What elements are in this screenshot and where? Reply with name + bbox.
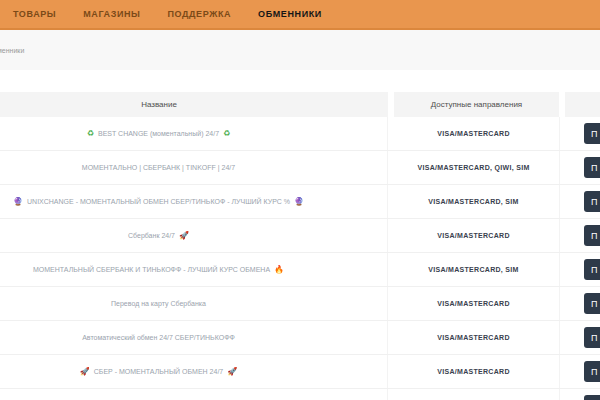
- directions-cell: [388, 389, 560, 400]
- go-button[interactable]: П: [584, 191, 600, 212]
- rocket-icon: 🚀: [80, 368, 90, 376]
- table-body: ♻ BEST CHANGE (моментальный) 24/7 ♻ VISA…: [0, 117, 600, 400]
- action-cell: П: [560, 321, 600, 354]
- directions-cell: VISA/MASTERCARD: [388, 321, 560, 354]
- directions-cell: VISA/MASTERCARD, QIWI, SIM: [388, 151, 560, 184]
- fire-icon: 🔥: [274, 266, 284, 274]
- nav-tab-поддержка[interactable]: ПОДДЕРЖКА: [168, 9, 232, 19]
- exchanger-name: Перевод на карту Сбербанка: [111, 300, 206, 307]
- table-row: П: [0, 389, 600, 400]
- crystal-ball-icon: 🔮: [294, 198, 304, 206]
- breadcrumb-bar: менники: [0, 30, 600, 70]
- go-button[interactable]: П: [584, 259, 600, 280]
- action-cell: П: [560, 355, 600, 388]
- action-cell: П: [560, 389, 600, 400]
- table-header: Название Доступные направления: [0, 92, 600, 117]
- exchanger-name: МОМЕНТАЛЬНЫЙ СБЕРБАНК И ТИНЬКОФФ - ЛУЧШИ…: [33, 266, 270, 273]
- exchanger-name-cell: 🔮 UNIXCHANGE - МОМЕНТАЛЬНЫЙ ОБМЕН СБЕР/Т…: [0, 185, 388, 218]
- recycle-icon: ♻: [87, 130, 94, 138]
- directions-cell: VISA/MASTERCARD: [388, 219, 560, 252]
- go-button[interactable]: П: [584, 395, 600, 400]
- directions-cell: VISA/MASTERCARD: [388, 287, 560, 320]
- go-button[interactable]: П: [584, 157, 600, 178]
- directions-cell: VISA/MASTERCARD, SIM: [388, 253, 560, 286]
- table-row: Автоматический обмен 24/7 СБЕР/ТИНЬКОФФ …: [0, 321, 600, 355]
- exchanger-name: UNIXCHANGE - МОМЕНТАЛЬНЫЙ ОБМЕН СБЕР/ТИН…: [27, 198, 290, 205]
- exchanger-name-cell: Автоматический обмен 24/7 СБЕР/ТИНЬКОФФ: [0, 321, 388, 354]
- breadcrumb: менники: [0, 47, 24, 54]
- table-row: 🔮 UNIXCHANGE - МОМЕНТАЛЬНЫЙ ОБМЕН СБЕР/Т…: [0, 185, 600, 219]
- action-cell: П: [560, 117, 600, 150]
- exchanger-name-cell: 🚀 СБЕР - МОМЕНТАЛЬНЫЙ ОБМЕН 24/7 🚀: [0, 355, 388, 388]
- nav-tab-товары[interactable]: ТОВАРЫ: [13, 9, 56, 19]
- exchanger-name-cell: МОМЕНТАЛЬНЫЙ СБЕРБАНК И ТИНЬКОФФ - ЛУЧШИ…: [0, 253, 388, 286]
- go-button[interactable]: П: [584, 327, 600, 348]
- directions-cell: VISA/MASTERCARD: [388, 355, 560, 388]
- go-button[interactable]: П: [584, 123, 600, 144]
- exchanger-name: Сбербанк 24/7: [128, 232, 175, 239]
- action-cell: П: [560, 151, 600, 184]
- nav-tab-обменники[interactable]: ОБМЕННИКИ: [258, 9, 322, 19]
- top-navbar: ТОВАРЫМАГАЗИНЫПОДДЕРЖКАОБМЕННИКИ: [0, 0, 600, 30]
- rocket-icon: 🚀: [227, 368, 237, 376]
- directions-cell: VISA/MASTERCARD: [388, 117, 560, 150]
- content-spacer: [0, 70, 600, 92]
- table-row: МОМЕНТАЛЬНО | СБЕРБАНК | TINKOFF | 24/7 …: [0, 151, 600, 185]
- column-header-name: Название: [0, 92, 388, 117]
- exchanger-name: BEST CHANGE (моментальный) 24/7: [98, 130, 219, 137]
- column-header-directions: Доступные направления: [394, 92, 559, 117]
- table-row: 🚀 СБЕР - МОМЕНТАЛЬНЫЙ ОБМЕН 24/7 🚀 VISA/…: [0, 355, 600, 389]
- column-header-action: [565, 92, 600, 117]
- exchanger-name-cell: Сбербанк 24/7 🚀: [0, 219, 388, 252]
- exchanger-name-cell: [0, 389, 388, 400]
- action-cell: П: [560, 287, 600, 320]
- recycle-icon: ♻: [223, 130, 230, 138]
- exchanger-name: МОМЕНТАЛЬНО | СБЕРБАНК | TINKOFF | 24/7: [82, 164, 235, 171]
- action-cell: П: [560, 253, 600, 286]
- rocket-icon: 🚀: [179, 232, 189, 240]
- action-cell: П: [560, 185, 600, 218]
- go-button[interactable]: П: [584, 361, 600, 382]
- go-button[interactable]: П: [584, 225, 600, 246]
- exchanger-name: СБЕР - МОМЕНТАЛЬНЫЙ ОБМЕН 24/7: [94, 368, 223, 375]
- exchanger-name-cell: Перевод на карту Сбербанка: [0, 287, 388, 320]
- table-row: Перевод на карту Сбербанка VISA/MASTERCA…: [0, 287, 600, 321]
- table-row: ♻ BEST CHANGE (моментальный) 24/7 ♻ VISA…: [0, 117, 600, 151]
- nav-tab-магазины[interactable]: МАГАЗИНЫ: [83, 9, 140, 19]
- table-row: МОМЕНТАЛЬНЫЙ СБЕРБАНК И ТИНЬКОФФ - ЛУЧШИ…: [0, 253, 600, 287]
- action-cell: П: [560, 219, 600, 252]
- table-row: Сбербанк 24/7 🚀 VISA/MASTERCARD П: [0, 219, 600, 253]
- exchanger-name-cell: МОМЕНТАЛЬНО | СБЕРБАНК | TINKOFF | 24/7: [0, 151, 388, 184]
- exchanger-name: Автоматический обмен 24/7 СБЕР/ТИНЬКОФФ: [82, 334, 235, 341]
- go-button[interactable]: П: [584, 293, 600, 314]
- directions-cell: VISA/MASTERCARD, SIM: [388, 185, 560, 218]
- exchanger-name-cell: ♻ BEST CHANGE (моментальный) 24/7 ♻: [0, 117, 388, 150]
- crystal-ball-icon: 🔮: [13, 198, 23, 206]
